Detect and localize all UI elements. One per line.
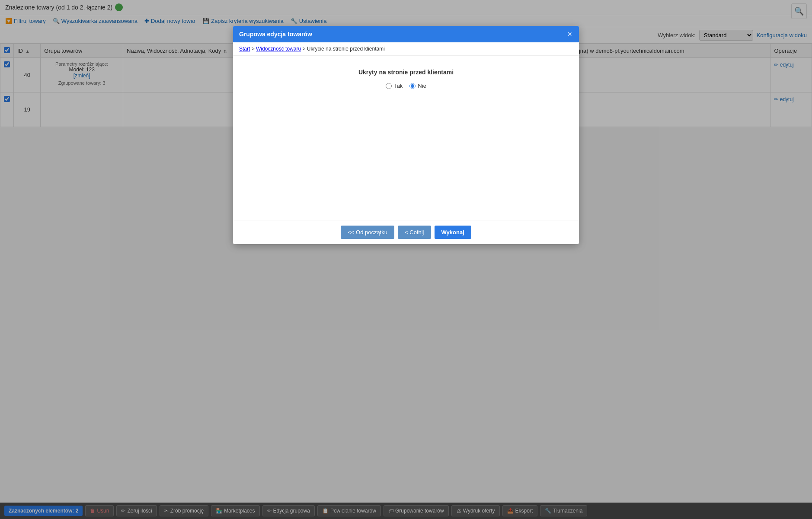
breadcrumb-start-link[interactable]: Start <box>239 46 250 52</box>
modal-grupowa-edycja: Grupowa edycja towarów × Start > Widoczn… <box>233 26 579 149</box>
modal-body: Ukryty na stronie przed klientami Tak Ni… <box>233 56 579 149</box>
radio-nie-text: Nie <box>418 83 426 89</box>
radio-tak-label[interactable]: Tak <box>386 83 403 89</box>
radio-group-ukryty: Tak Nie <box>386 83 426 89</box>
modal-close-button[interactable]: × <box>566 30 573 38</box>
radio-nie-input[interactable] <box>409 83 416 89</box>
radio-tak-text: Tak <box>394 83 403 89</box>
radio-tak-input[interactable] <box>386 83 392 89</box>
modal-title: Grupowa edycja towarów <box>239 31 312 38</box>
modal-breadcrumb: Start > Widoczność towaru > Ukrycie na s… <box>233 42 579 56</box>
breadcrumb-step1-link[interactable]: Widoczność towaru <box>256 46 301 52</box>
breadcrumb-step2-text: Ukrycie na stronie przed klientami <box>307 46 385 52</box>
radio-nie-label[interactable]: Nie <box>409 83 426 89</box>
modal-section-title: Ukryty na stronie przed klientami <box>358 69 454 76</box>
modal-header: Grupowa edycja towarów × <box>233 26 579 42</box>
modal-overlay[interactable]: Grupowa edycja towarów × Start > Widoczn… <box>0 0 812 149</box>
